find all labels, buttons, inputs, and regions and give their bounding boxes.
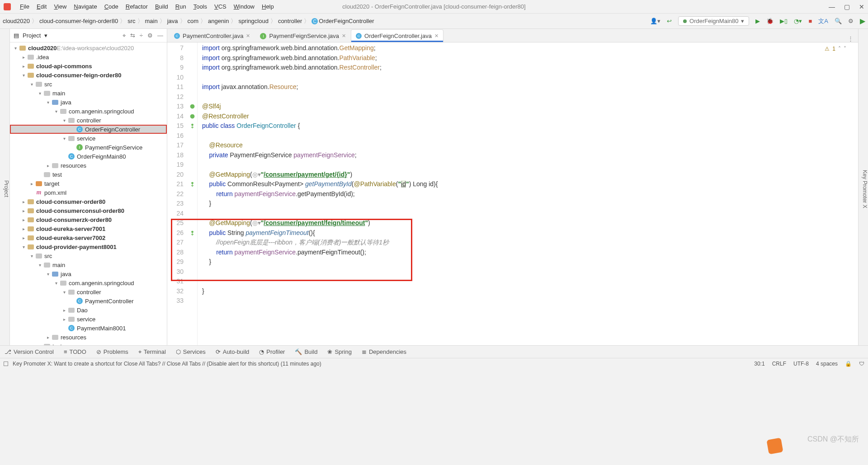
tree-item[interactable]: IPaymentFeignService	[10, 143, 167, 152]
bottom-tab-todo[interactable]: ≡TODO	[64, 348, 86, 355]
menu-file[interactable]: File	[17, 2, 32, 11]
tree-item[interactable]: ▸resources	[10, 161, 167, 170]
select-file-icon[interactable]: ⌖	[123, 32, 126, 39]
menu-help[interactable]: Help	[259, 2, 277, 11]
tree-item[interactable]: ▸cloud-consumer-order80	[10, 197, 167, 206]
back-arrow-icon[interactable]: ↩	[667, 18, 672, 24]
search-icon[interactable]: 🔍	[835, 18, 842, 24]
tree-item[interactable]: ▾cloud-provider-payment8001	[10, 242, 167, 251]
tree-item[interactable]: ▸resources	[10, 333, 167, 342]
tree-item[interactable]: test	[10, 170, 167, 179]
tree-item[interactable]: ▾main	[10, 89, 167, 98]
menu-edit[interactable]: Edit	[34, 2, 49, 11]
tree-item[interactable]: test	[10, 342, 167, 345]
tree-item[interactable]: ▾service	[10, 134, 167, 143]
tree-item[interactable]: ▾src	[10, 251, 167, 260]
sidebar-toggle-icon[interactable]: ▤	[14, 32, 19, 39]
tree-item[interactable]: CPaymentMain8001	[10, 324, 167, 333]
right-tab-key-promoter-x[interactable]: Key Promoter X	[862, 170, 868, 208]
menu-tools[interactable]: Tools	[191, 2, 210, 11]
bottom-tab-spring[interactable]: ❀Spring	[327, 348, 352, 355]
stop-icon[interactable]: ■	[808, 18, 812, 24]
bottom-tab-build[interactable]: 🔨Build	[295, 348, 317, 355]
status-field[interactable]: 4 spaces	[816, 361, 838, 367]
gear-icon[interactable]: ⚙	[147, 32, 153, 39]
tree-item[interactable]: ▸cloud-consumerconsul-order80	[10, 206, 167, 215]
run-config-select[interactable]: OrderFeignMain80 ▾	[678, 16, 749, 26]
tree-item[interactable]: ▾controller	[10, 116, 167, 125]
project-tree[interactable]: ▾cloud2020 E:\idea-workspace\cloud2020▸.…	[10, 42, 167, 345]
expand-icon[interactable]: ⇆	[130, 32, 135, 39]
crumb-9[interactable]: COrderFeignController	[311, 18, 374, 25]
crumb-3[interactable]: main	[145, 18, 158, 24]
tabs-menu-icon[interactable]: ⋮	[848, 35, 854, 42]
menu-window[interactable]: Window	[231, 2, 257, 11]
tree-item[interactable]: ▾main	[10, 260, 167, 269]
bottom-tab-services[interactable]: ⬡Services	[176, 348, 206, 355]
tree-item[interactable]: ▾controller	[10, 287, 167, 296]
bottom-tab-auto-build[interactable]: ⟳Auto-build	[216, 348, 250, 355]
crumb-6[interactable]: angenin	[208, 18, 229, 24]
tree-item[interactable]: ▸service	[10, 315, 167, 324]
crumb-2[interactable]: src	[127, 18, 135, 24]
close-icon[interactable]: ✕	[859, 3, 864, 10]
crumb-8[interactable]: controller	[278, 18, 302, 24]
coverage-icon[interactable]: ▶▯	[780, 18, 788, 24]
debug-icon[interactable]: 🐞	[766, 18, 774, 24]
editor-tab[interactable]: IPaymentFeignService.java✕	[255, 29, 351, 42]
menu-run[interactable]: Run	[173, 2, 189, 11]
status-indicator-icon[interactable]	[4, 362, 8, 366]
crumb-5[interactable]: com	[188, 18, 199, 24]
status-field[interactable]: 30:1	[754, 361, 764, 367]
chevron-down-icon[interactable]: ▾	[44, 32, 47, 39]
crumb-4[interactable]: java	[167, 18, 178, 24]
crumb-1[interactable]: cloud-consumer-feign-order80	[39, 18, 118, 24]
tree-item[interactable]: ▸cloud-api-commons	[10, 61, 167, 70]
tree-item[interactable]: COrderFeignController	[10, 125, 167, 134]
maximize-icon[interactable]: ▢	[844, 3, 850, 10]
tree-item[interactable]: ▸target	[10, 179, 167, 188]
tree-item[interactable]: ▸.idea	[10, 52, 167, 61]
menu-refactor[interactable]: Refactor	[123, 2, 151, 11]
editor-tab[interactable]: CPaymentController.java✕	[169, 29, 255, 42]
code-text[interactable]: import org.springframework.web.bind.anno…	[198, 42, 858, 345]
tree-item[interactable]: ▾java	[10, 98, 167, 107]
status-icon[interactable]: 🛡	[859, 361, 864, 367]
deploy-icon[interactable]: ▶	[860, 17, 865, 25]
menu-navigate[interactable]: Navigate	[71, 2, 99, 11]
run-icon[interactable]: ▶	[755, 18, 760, 24]
tree-item[interactable]: mpom.xml	[10, 188, 167, 197]
tree-item[interactable]: ▾com.angenin.springcloud	[10, 278, 167, 287]
tree-item[interactable]: ▾java	[10, 269, 167, 278]
left-tab-project[interactable]: Project	[3, 180, 9, 197]
bottom-tab-profiler[interactable]: ◔Profiler	[259, 348, 285, 355]
status-field[interactable]: CRLF	[772, 361, 786, 367]
tree-item[interactable]: CPaymentController	[10, 296, 167, 305]
next-highlight-icon[interactable]: ˅	[844, 44, 846, 54]
menu-vcs[interactable]: VCS	[212, 2, 229, 11]
tree-item[interactable]: COrderFeignMain80	[10, 152, 167, 161]
minimize-icon[interactable]: —	[829, 3, 835, 10]
profile-icon[interactable]: ◔▾	[794, 18, 802, 24]
crumb-0[interactable]: cloud2020	[3, 18, 30, 24]
tree-root[interactable]: ▾cloud2020 E:\idea-workspace\cloud2020	[10, 43, 167, 52]
inspection-bar[interactable]: ⚠ 1 ˄˅	[825, 44, 846, 54]
translate-icon[interactable]: 文A	[818, 17, 828, 25]
tree-item[interactable]: ▸cloud-eureka-server7001	[10, 224, 167, 233]
tree-item[interactable]: ▾com.angenin.springcloud	[10, 107, 167, 116]
crumb-7[interactable]: springcloud	[238, 18, 269, 24]
editor-tab[interactable]: COrderFeignController.java✕	[351, 29, 443, 42]
user-icon[interactable]: 👤▾	[650, 18, 660, 24]
bottom-tab-problems[interactable]: ⊘Problems	[96, 348, 128, 355]
menu-code[interactable]: Code	[102, 2, 121, 11]
code-area[interactable]: 7891011121314151617181920212223242526272…	[167, 42, 858, 345]
bottom-tab-terminal[interactable]: ⌖Terminal	[138, 348, 166, 356]
bottom-tab-dependencies[interactable]: ≣Dependencies	[362, 348, 406, 355]
tree-item[interactable]: ▸Dao	[10, 305, 167, 315]
prev-highlight-icon[interactable]: ˄	[838, 44, 841, 54]
tree-item[interactable]: ▾cloud-consumer-feign-order80	[10, 70, 167, 80]
collapse-icon[interactable]: ÷	[140, 32, 143, 39]
tree-item[interactable]: ▸cloud-consumerzk-order80	[10, 215, 167, 224]
ime-icon[interactable]	[766, 437, 783, 454]
bottom-tab-version-control[interactable]: ⎇Version Control	[5, 348, 54, 355]
